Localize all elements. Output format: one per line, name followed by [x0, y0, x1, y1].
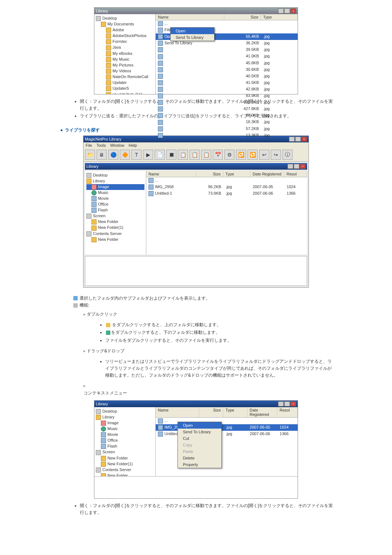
col-name[interactable]: Name: [156, 14, 224, 20]
list-row[interactable]: IMG_295896.2KB.jpg2007-06-051024: [156, 424, 298, 431]
maximize-icon[interactable]: □: [284, 401, 290, 406]
tree-node[interactable]: My Videos: [96, 68, 154, 74]
tree-node[interactable]: Movie: [96, 432, 154, 438]
list-row[interactable]: 45.8KB.jpg: [156, 60, 298, 66]
toolbar-btn-2[interactable]: 🔵: [108, 150, 118, 160]
col-type[interactable]: Type: [223, 171, 250, 177]
tree-node[interactable]: My Pictures: [96, 62, 154, 68]
toolbar-btn-17[interactable]: ⓘ: [282, 150, 293, 160]
tree-node[interactable]: Movie: [86, 196, 144, 202]
tree-node[interactable]: NateOn RemoteCall: [96, 74, 154, 80]
close-icon[interactable]: ×: [290, 8, 296, 13]
file-list[interactable]: Name Size Type Date Registered Resol ...…: [156, 407, 298, 476]
tree-node[interactable]: Office: [86, 202, 144, 207]
tree-node[interactable]: Library: [86, 178, 144, 184]
tree-node[interactable]: Desktop: [86, 173, 144, 178]
col-size[interactable]: Size: [224, 14, 261, 20]
tree-node[interactable]: 내 네트워크 공유: [96, 92, 154, 94]
list-row[interactable]: 57.2KB.jpg: [156, 126, 298, 132]
toolbar-btn-10[interactable]: 📋: [201, 150, 211, 160]
list-row[interactable]: 427.8KB.jpg: [156, 106, 298, 112]
toolbar-btn-7[interactable]: 🔳: [166, 150, 176, 160]
tree-node[interactable]: Updater5: [96, 86, 154, 92]
list-row[interactable]: 40.5KB.jpg: [156, 73, 298, 80]
folder-tree[interactable]: DesktopMy DocumentsAdobeAdobeStockPhotos…: [94, 14, 156, 94]
tree-node[interactable]: New Folder: [96, 455, 154, 461]
list-row[interactable]: Untitled-173.9KB.jpg2007-06-061366: [146, 190, 307, 197]
tree-node[interactable]: My Music: [96, 57, 154, 62]
titlebar[interactable]: Library _ □ ×: [94, 8, 298, 14]
col-size[interactable]: Size: [199, 407, 223, 417]
ctx-property[interactable]: Property: [178, 461, 221, 468]
col-name[interactable]: Name: [146, 171, 196, 177]
library-tree[interactable]: DesktopLibraryImageMusicMovieOfficeFlash…: [94, 407, 156, 476]
tree-node[interactable]: Contents Server: [96, 467, 154, 473]
tree-node[interactable]: AdobeStockPhotos: [96, 33, 154, 39]
col-size[interactable]: Size: [196, 171, 223, 177]
tree-node[interactable]: Office: [96, 438, 154, 443]
ctx-send-to-library[interactable]: Send To Library: [178, 429, 221, 435]
ctx-cut[interactable]: Cut: [178, 435, 221, 442]
list-row[interactable]: 42.8KB.jpg: [156, 86, 298, 93]
list-row[interactable]: 30.6KB.jpg: [156, 66, 298, 73]
tree-node[interactable]: Desktop: [96, 16, 154, 21]
tree-node[interactable]: New Folder(1): [86, 225, 144, 231]
tree-node[interactable]: Contents Server: [86, 231, 144, 237]
list-row[interactable]: ...: [156, 20, 298, 27]
list-row[interactable]: ...: [156, 418, 298, 424]
tree-node[interactable]: New Folder(1): [96, 461, 154, 467]
toolbar[interactable]: 📁🖥🔵🔶T▶📄🔳📋📋📋📅⚙🔁🔁↩↪ⓘ: [83, 148, 309, 162]
toolbar-btn-3[interactable]: 🔶: [120, 150, 130, 160]
list-row[interactable]: IMG_295896.2KB.jpg2007-06-051024: [146, 184, 307, 190]
toolbar-btn-9[interactable]: 📋: [189, 150, 200, 160]
menu-tools[interactable]: Tools: [97, 143, 106, 147]
tree-node[interactable]: Image: [86, 184, 144, 190]
minimize-icon[interactable]: _: [278, 8, 284, 13]
menu-help[interactable]: Help: [129, 143, 137, 147]
tree-node[interactable]: Screen: [86, 213, 144, 219]
toolbar-btn-11[interactable]: 📅: [213, 150, 223, 160]
list-row[interactable]: 39.5KB.jpg: [156, 46, 298, 53]
toolbar-btn-12[interactable]: ⚙: [224, 150, 234, 160]
col-name[interactable]: Name: [156, 407, 199, 417]
titlebar[interactable]: Library _ □ ×: [94, 401, 298, 407]
col-date[interactable]: Date Registered: [250, 171, 285, 177]
toolbar-btn-0[interactable]: 📁: [85, 150, 95, 160]
list-row[interactable]: ...: [146, 177, 307, 184]
minimize-icon[interactable]: _: [287, 164, 293, 169]
ctx-open[interactable]: Open: [171, 28, 214, 34]
file-list[interactable]: Name Size Type Date Registered Resol ...…: [146, 171, 307, 255]
list-row[interactable]: 41.5KB.jpg: [156, 80, 298, 86]
toolbar-btn-15[interactable]: ↩: [259, 150, 269, 160]
inner-titlebar[interactable]: Library _ □ ×: [85, 163, 307, 170]
col-type[interactable]: Type: [261, 14, 298, 20]
toolbar-btn-5[interactable]: ▶: [143, 150, 153, 160]
ctx-open[interactable]: Open: [178, 422, 221, 429]
tree-node[interactable]: Flash: [86, 207, 144, 213]
toolbar-btn-4[interactable]: T: [131, 150, 142, 160]
tree-node[interactable]: Music: [96, 426, 154, 432]
list-row[interactable]: 88.0KB.jpg: [156, 112, 298, 119]
tree-node[interactable]: Flash: [96, 443, 154, 449]
tree-node[interactable]: Updater: [96, 80, 154, 86]
tree-node[interactable]: Java: [96, 45, 154, 50]
tree-node[interactable]: New Folder: [86, 237, 144, 243]
list-row[interactable]: Untitled-173.9KB.jpg2007-06-061366: [156, 431, 298, 437]
tree-node[interactable]: New Folder: [96, 473, 154, 476]
ctx-send-to-library[interactable]: Send To Library: [171, 34, 214, 41]
maximize-icon[interactable]: □: [284, 8, 290, 13]
tree-node[interactable]: My eBooks: [96, 51, 154, 57]
menubar[interactable]: FileToolsWindowHelp: [83, 142, 309, 148]
library-tree[interactable]: DesktopLibraryImageMusicMovieOfficeFlash…: [85, 171, 146, 255]
toolbar-btn-14[interactable]: 🔁: [248, 150, 258, 160]
col-type[interactable]: Type: [223, 407, 247, 417]
menu-window[interactable]: Window: [110, 143, 124, 147]
file-list[interactable]: Name Size Type ...FWOpen55.4KB.jpgSend T…: [156, 14, 298, 94]
tree-node[interactable]: Image: [96, 420, 154, 426]
col-res[interactable]: Resol: [277, 407, 298, 417]
tree-node[interactable]: Library: [96, 414, 154, 420]
toolbar-btn-6[interactable]: 📄: [155, 150, 165, 160]
tree-node[interactable]: Formtec: [96, 39, 154, 45]
toolbar-btn-1[interactable]: 🖥: [97, 150, 107, 160]
tree-node[interactable]: Desktop: [96, 409, 154, 414]
